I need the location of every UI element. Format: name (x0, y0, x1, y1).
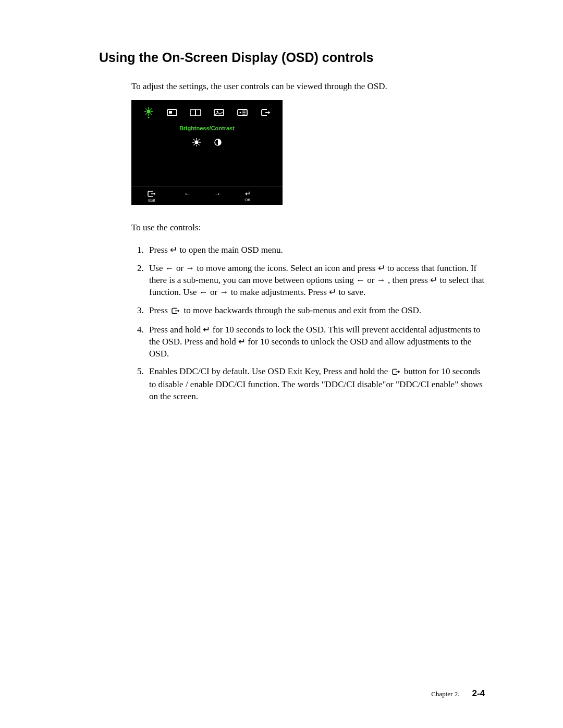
osd-sub-icon-row (131, 135, 283, 153)
position-icon (160, 108, 183, 117)
osd-figure: Brightness/Contrast (131, 100, 485, 205)
osd-selected-label: Brightness/Contrast (131, 120, 283, 135)
osd-top-icon-row (131, 105, 283, 120)
step-5: Enables DDC/CI by default. Use OSD Exit … (146, 366, 485, 403)
exit-icon (391, 367, 401, 379)
svg-point-0 (147, 110, 150, 113)
osd-nav-row: Exit ← → ↵ OK (131, 187, 283, 205)
image-properties-icon (207, 108, 230, 117)
to-use-controls-label: To use the controls: (131, 223, 485, 233)
osd-nav-right: → (202, 190, 232, 203)
brightness-sub-icon (192, 138, 201, 147)
svg-marker-36 (178, 310, 180, 312)
page-footer: Chapter 2. 2-4 (431, 688, 485, 699)
svg-marker-34 (154, 192, 156, 195)
section-heading: Using the On-Screen Display (OSD) contro… (99, 50, 485, 65)
step-5-text-a: Enables DDC/CI by default. Use OSD Exit … (149, 366, 390, 376)
osd-nav-ok-label: OK (244, 198, 251, 202)
footer-page-number: 2-4 (472, 688, 485, 699)
svg-point-17 (239, 112, 241, 113)
svg-line-28 (193, 139, 194, 140)
osd-panel: Brightness/Contrast (131, 100, 283, 205)
arrow-left-icon: ← (184, 190, 191, 197)
svg-point-23 (195, 141, 198, 144)
osd-body-area (131, 153, 283, 187)
step-3-text-a: Press (149, 305, 170, 315)
arrow-right-icon: → (214, 190, 221, 197)
svg-line-7 (145, 113, 146, 114)
exit-menu-icon (254, 108, 277, 117)
osd-nav-ok: ↵ OK (232, 190, 263, 203)
svg-line-5 (145, 108, 146, 109)
document-page: Using the On-Screen Display (OSD) contro… (0, 0, 563, 728)
contrast-sub-icon (214, 138, 222, 146)
intro-paragraph: To adjust the settings, the user control… (131, 81, 485, 93)
image-setup-icon (183, 108, 207, 117)
svg-rect-13 (195, 109, 201, 116)
enter-icon: ↵ (245, 190, 251, 197)
svg-rect-12 (190, 109, 195, 116)
exit-icon (171, 306, 180, 318)
options-icon (230, 108, 254, 117)
step-3-text-b: to move backwards through the sub-menus … (181, 305, 421, 315)
footer-chapter: Chapter 2. (431, 690, 459, 698)
svg-line-6 (150, 113, 151, 114)
step-2: Use ← or → to move among the icons. Sele… (146, 263, 485, 299)
svg-line-31 (199, 139, 200, 140)
osd-nav-left: ← (172, 190, 202, 203)
step-4: Press and hold ↵ for 10 seconds to lock … (146, 324, 485, 360)
svg-line-29 (199, 144, 200, 145)
osd-nav-exit-label: Exit (148, 198, 155, 203)
svg-marker-22 (268, 111, 270, 114)
svg-marker-9 (147, 117, 150, 118)
svg-marker-38 (398, 371, 400, 373)
brightness-icon (137, 106, 160, 119)
step-1: Press ↵ to open the main OSD menu. (146, 244, 485, 256)
svg-line-8 (150, 108, 151, 109)
osd-nav-exit: Exit (131, 190, 172, 203)
svg-rect-11 (169, 111, 172, 114)
steps-list: Press ↵ to open the main OSD menu. Use ←… (131, 244, 485, 403)
step-3: Press to move backwards through the sub-… (146, 305, 485, 318)
svg-point-15 (216, 110, 218, 112)
svg-line-30 (193, 144, 194, 145)
